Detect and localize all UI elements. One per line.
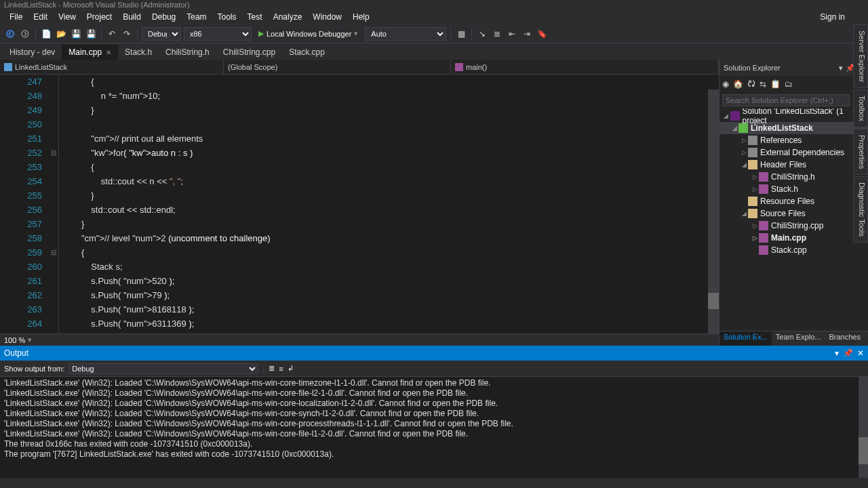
menu-view[interactable]: View [53,11,81,23]
project-icon [4,63,12,71]
menu-test[interactable]: Test [242,11,268,23]
folder-icon [748,197,757,206]
se-search: 🔍 [719,92,868,108]
step-icon[interactable]: ↘ [476,28,488,40]
se-solution[interactable]: ◢Solution 'LinkedListStack' (1 project [719,110,868,122]
editor-tabbar: History - dev Main.cpp✕ Stack.h ChiliStr… [0,43,868,60]
editor-scrollbar[interactable] [708,89,719,333]
toggle-icon[interactable]: ≡ [279,365,283,373]
se-file[interactable]: Stack.cpp [719,244,868,256]
refresh-icon[interactable]: 🗘 [747,79,755,89]
close-icon[interactable]: ✕ [106,49,111,56]
new-project-icon[interactable]: 📄 [40,28,52,40]
cpp-file-icon [759,245,768,255]
menu-file[interactable]: File [4,11,28,23]
nav-project[interactable]: LinkedListStack [0,60,224,74]
menubar: File Edit View Project Build Debug Team … [0,9,868,24]
nav-func[interactable]: main() [451,60,719,74]
wordwrap-icon[interactable]: ↲ [288,364,294,373]
run-mode-select[interactable]: Auto [365,27,446,41]
window-title: LinkedListStack - Microsoft Visual Studi… [4,1,190,9]
menu-window[interactable]: Window [307,11,347,23]
close-icon[interactable]: ✕ [857,348,864,358]
output-from-select[interactable]: Debug [68,363,258,374]
se-search-input[interactable] [722,94,850,106]
editor-pane: LinkedListStack (Global Scope) main() 24… [0,60,719,346]
function-icon [455,63,463,71]
nav-fwd-icon[interactable] [19,28,31,40]
clear-icon[interactable]: ≣ [269,364,275,373]
svg-point-1 [22,30,28,37]
se-tree: ◢Solution 'LinkedListStack' (1 project ◢… [719,108,868,331]
menu-edit[interactable]: Edit [28,11,53,23]
tab-properties[interactable]: Properties [853,129,868,175]
tab-solution-explorer[interactable]: Solution Ex... [719,331,772,346]
dropdown-icon[interactable]: ▾ [835,348,839,358]
se-header-files[interactable]: ◢Header Files [719,159,868,171]
save-icon[interactable]: 💾 [70,28,82,40]
svg-point-0 [7,30,14,37]
open-file-icon[interactable]: 📂 [55,28,67,40]
se-file[interactable]: ▷ChiliString.h [719,171,868,183]
tab-branches[interactable]: Branches [825,331,864,346]
code-editor[interactable]: 2472482492502512522532542552562572582592… [0,75,719,333]
se-header: Solution Explorer ▾ 📌 ✕ [719,60,868,76]
cpp-file-icon [759,233,768,243]
menu-tools[interactable]: Tools [212,11,242,23]
tab-diagnostic[interactable]: Diagnostic Tools [853,176,868,243]
home-icon[interactable]: ◉ [722,79,729,89]
output-panel: Output ▾ 📌 ✕ Show output from: Debug | ≣… [0,346,868,478]
home2-icon[interactable]: 🏠 [733,79,743,89]
sync-icon[interactable]: ⇆ [760,79,766,89]
tab-server-explorer[interactable]: Server Explorer [853,24,868,88]
output-scrollbar[interactable] [859,377,868,478]
redo-icon[interactable]: ↷ [121,28,133,40]
zoom-level[interactable]: 100 % [4,336,25,344]
tab-chilistring-cpp[interactable]: ChiliString.cpp [216,45,282,60]
step2-icon[interactable]: ≣ [491,28,503,40]
menu-team[interactable]: Team [181,11,212,23]
save-all-icon[interactable]: 💾 [85,28,97,40]
signin-link[interactable]: Sign in [814,11,850,23]
se-file-main[interactable]: ▷Main.cpp [719,232,868,244]
se-external-deps[interactable]: ▷External Dependencies [719,146,868,159]
code-area[interactable]: { n *= "num">10; } "cm">// print out all… [58,75,719,333]
pin-icon[interactable]: 📌 [843,348,853,358]
h-file-icon [759,184,768,194]
menu-project[interactable]: Project [81,11,117,23]
tab-history[interactable]: History - dev [3,45,62,60]
showall-icon[interactable]: 📋 [770,79,781,89]
indent-icon[interactable]: ⇥ [521,28,533,40]
tab-stack-h[interactable]: Stack.h [118,45,159,60]
tab-toolbox[interactable]: Toolbox [853,89,868,127]
se-file[interactable]: ▷Stack.h [719,183,868,195]
h-file-icon [759,172,768,182]
menu-help[interactable]: Help [347,11,375,23]
bookmark-icon[interactable]: 🔖 [536,28,548,40]
menu-build[interactable]: Build [117,11,146,23]
nav-back-icon[interactable] [4,28,16,40]
tab-team-explorer[interactable]: Team Explo... [772,331,825,346]
project-icon [738,123,748,133]
se-resource-files[interactable]: Resource Files [719,195,868,207]
output-title: Output [4,348,28,358]
nav-scope[interactable]: (Global Scope) [224,60,451,74]
undo-icon[interactable]: ↶ [106,28,118,40]
se-file[interactable]: ▷ChiliString.cpp [719,220,868,232]
menu-analyze[interactable]: Analyze [268,11,308,23]
menu-debug[interactable]: Debug [146,11,181,23]
dropdown-icon[interactable]: ▾ [839,64,843,73]
config-select[interactable]: Debug [142,27,181,41]
se-source-files[interactable]: ◢Source Files [719,207,868,220]
tab-stack-cpp[interactable]: Stack.cpp [282,45,332,60]
toggle-icon[interactable]: ▦ [455,28,467,40]
tab-chilistring-h[interactable]: ChiliString.h [159,45,216,60]
props-icon[interactable]: 🗂 [785,79,793,89]
outdent-icon[interactable]: ⇤ [506,28,518,40]
platform-select[interactable]: x86 [184,27,252,41]
se-references[interactable]: ▷References [719,134,868,146]
start-debugger-button[interactable]: ▶Local Windows Debugger▾ [254,28,362,39]
tab-main-cpp[interactable]: Main.cpp✕ [62,45,118,60]
fold-column[interactable]: ⊟⊟ [49,75,58,333]
output-body[interactable]: 'LinkedListStack.exe' (Win32): Loaded 'C… [0,377,868,478]
